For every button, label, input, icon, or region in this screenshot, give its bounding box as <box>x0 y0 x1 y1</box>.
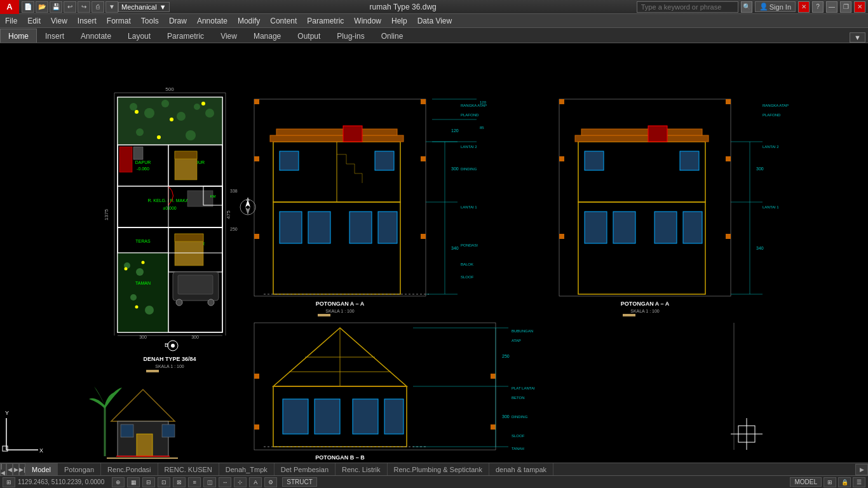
tab-nav-first[interactable]: |◀ <box>0 463 6 476</box>
polar-btn[interactable]: ⊡ <box>158 477 170 487</box>
svg-rect-155 <box>585 151 604 170</box>
svg-point-18 <box>170 118 173 121</box>
tab-nav-last[interactable]: ▶| <box>19 463 25 476</box>
user-icon: 👤 <box>759 3 768 11</box>
coordinates-display: 1129.2463, 5110.2239, 0.0000 <box>18 478 104 485</box>
status-bar: ⊞ 1129.2463, 5110.2239, 0.0000 ⊕ ▦ ⊟ ⊡ ⊠… <box>0 475 868 488</box>
tab-denah-tmpk[interactable]: Denah_Tmpk <box>219 463 275 476</box>
ribbon-expand-button[interactable]: ▼ <box>850 32 865 43</box>
svg-rect-109 <box>349 212 372 243</box>
restore-button[interactable]: ❐ <box>840 1 851 13</box>
tab-plugins[interactable]: Plug-ins <box>329 29 372 43</box>
search-input[interactable] <box>637 1 738 13</box>
svg-rect-47 <box>175 234 203 241</box>
save-button[interactable]: 💾 <box>50 1 62 13</box>
menu-annotate[interactable]: Annotate <box>192 14 233 28</box>
svg-rect-184 <box>315 399 340 434</box>
lineweight-btn[interactable]: ≡ <box>188 477 201 487</box>
redo-button[interactable]: ↪ <box>78 1 90 13</box>
tab-home[interactable]: Home <box>0 29 37 43</box>
tab-model[interactable]: Model <box>25 463 58 476</box>
status-toggle-btn[interactable]: ⊞ <box>3 477 15 487</box>
new-button[interactable]: 📄 <box>22 1 34 13</box>
osnap-btn[interactable]: ⊠ <box>173 477 186 487</box>
menu-window[interactable]: Window <box>349 14 386 28</box>
undo-button[interactable]: ↩ <box>64 1 76 13</box>
sign-in-button[interactable]: 👤 Sign In <box>755 1 796 12</box>
gizmo-btn[interactable]: ⊹ <box>234 477 247 487</box>
tab-layout[interactable]: Layout <box>119 29 159 43</box>
menu-help[interactable]: Help <box>386 14 412 28</box>
plot-button[interactable]: ⎙ <box>92 1 104 13</box>
tab-insert[interactable]: Insert <box>37 29 72 43</box>
tab-online[interactable]: Online <box>373 29 412 43</box>
info-icon[interactable]: ? <box>812 1 824 13</box>
minimize-button[interactable]: — <box>826 1 837 13</box>
tab-annotate[interactable]: Annotate <box>72 29 119 43</box>
selection-btn[interactable]: ↔ <box>219 477 231 487</box>
help-search-icon[interactable]: 🔍 <box>741 1 752 13</box>
close-button[interactable]: ✕ <box>854 1 865 13</box>
svg-rect-151 <box>585 212 607 243</box>
svg-rect-25 <box>133 147 143 159</box>
svg-rect-140 <box>559 156 564 161</box>
cad-drawing: 500 1375 475 DAPUR -0.060 R. TID <box>0 43 868 463</box>
menu-draw[interactable]: Draw <box>164 14 192 28</box>
settings-btn[interactable]: ☰ <box>853 477 865 487</box>
status-left: ⊞ 1129.2463, 5110.2239, 0.0000 ⊕ ▦ ⊟ ⊡ ⊠… <box>3 477 317 487</box>
menu-edit[interactable]: Edit <box>22 14 46 28</box>
menu-format[interactable]: Format <box>102 14 136 28</box>
svg-text:DAPUR: DAPUR <box>135 160 151 165</box>
svg-text:DENAH TYPE 36/84: DENAH TYPE 36/84 <box>143 356 196 362</box>
tab-renc-kusen[interactable]: RENC. KUSEN <box>158 463 219 476</box>
transparency-btn[interactable]: ◫ <box>203 477 216 487</box>
menu-parametric[interactable]: Parametric <box>302 14 349 28</box>
menu-content[interactable]: Content <box>265 14 302 28</box>
lock-btn[interactable]: 🔒 <box>838 477 851 487</box>
viewport-btn[interactable]: ⊞ <box>824 477 836 487</box>
tab-view[interactable]: View <box>212 29 245 43</box>
tab-renc-plumbing[interactable]: Renc.Plumbing & Septictank <box>388 463 489 476</box>
tab-denah-tampak[interactable]: denah & tampak <box>489 463 553 476</box>
workspace-arrow: ▼ <box>159 3 166 11</box>
tab-nav-next[interactable]: ▶ <box>13 463 19 476</box>
menu-modify[interactable]: Modify <box>233 14 265 28</box>
open-button[interactable]: 📂 <box>36 1 48 13</box>
menu-insert[interactable]: Insert <box>72 14 102 28</box>
menu-view[interactable]: View <box>46 14 72 28</box>
status-right: MODEL ⊞ 🔒 ☰ <box>790 477 865 487</box>
svg-rect-185 <box>353 399 378 434</box>
svg-rect-110 <box>378 212 397 243</box>
tab-renc-pondasi[interactable]: Renc.Pondasi <box>101 463 158 476</box>
svg-text:R. KELG. / R. MAKAN: R. KELG. / R. MAKAN <box>147 198 191 203</box>
grid-btn[interactable]: ▦ <box>127 477 140 487</box>
exchange-icon[interactable]: ✕ <box>798 1 810 13</box>
cad-canvas[interactable]: 500 1375 475 DAPUR -0.060 R. TID <box>0 43 868 463</box>
tab-manage[interactable]: Manage <box>245 29 289 43</box>
workspace-switch-btn[interactable]: ⚙ <box>264 477 277 487</box>
tab-parametric[interactable]: Parametric <box>159 29 212 43</box>
workspace-dropdown[interactable]: Mechanical ▼ <box>118 2 170 12</box>
tab-output[interactable]: Output <box>289 29 329 43</box>
menu-dataview[interactable]: Data View <box>412 14 457 28</box>
tab-scroll-right[interactable]: ▶ <box>855 464 868 475</box>
svg-rect-24 <box>119 147 132 172</box>
menu-file[interactable]: File <box>0 14 22 28</box>
svg-point-12 <box>177 112 186 121</box>
svg-rect-154 <box>683 212 702 243</box>
annotate-scale-btn[interactable]: A <box>249 477 262 487</box>
menu-tools[interactable]: Tools <box>136 14 164 28</box>
tab-det-pembesian[interactable]: Det Pembesian <box>275 463 336 476</box>
tab-potongan[interactable]: Potongan <box>58 463 101 476</box>
svg-rect-89 <box>254 156 259 161</box>
snap-btn[interactable]: ⊕ <box>112 477 125 487</box>
more-btn[interactable]: ▼ <box>105 1 118 13</box>
ortho-btn[interactable]: ⊟ <box>142 477 155 487</box>
svg-point-10 <box>144 108 154 118</box>
svg-text:SKALA 1 : 100: SKALA 1 : 100 <box>155 364 184 369</box>
tab-renc-listrik[interactable]: Renc. Listrik <box>336 463 388 476</box>
svg-text:340: 340 <box>451 246 459 250</box>
tab-nav-prev[interactable]: ◀ <box>6 463 13 476</box>
svg-text:PLAFOND: PLAFOND <box>763 113 781 117</box>
svg-point-52 <box>130 294 137 301</box>
